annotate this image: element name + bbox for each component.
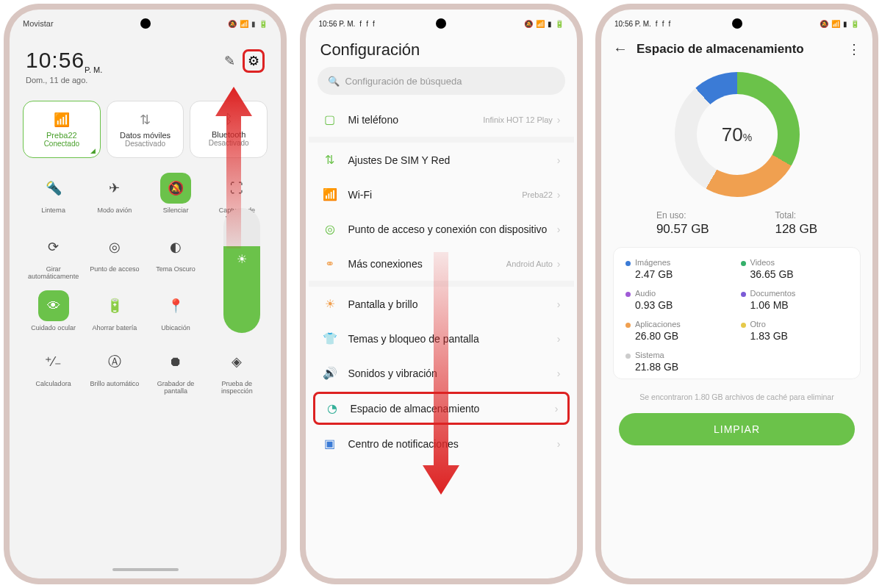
item-wifi[interactable]: 📶 Wi-Fi Preba22 › [309, 177, 574, 212]
chevron-right-icon: › [555, 403, 559, 415]
speaker-icon: 🔊 [322, 366, 338, 380]
wifi-icon: 📶 [322, 187, 338, 201]
signal-icon: ▮ [251, 20, 256, 28]
wifi-icon: 📶 [54, 112, 70, 128]
wifi-icon: 📶 [240, 20, 248, 28]
phone-quick-settings: Movistar 🔕 📶 ▮ 🔋 10:56P. M. ✎ ⚙ [4, 4, 287, 584]
status-time: 10:56 P. M. [614, 20, 651, 28]
status-icons: 🔕 📶 ▮ 🔋 [228, 20, 268, 28]
record-icon: ⏺ [160, 346, 191, 377]
calculator-icon: ⁺⁄₋ [38, 346, 69, 377]
chevron-right-icon: › [557, 438, 561, 450]
eyecare-tile[interactable]: 👁Cuidado ocular [23, 287, 84, 334]
bell-off-icon: 🔕 [160, 173, 191, 204]
clock-time: 10:56P. M. [26, 48, 102, 72]
wifi-icon: 📶 [831, 20, 840, 28]
battery-icon: 🔋 [99, 290, 130, 321]
fb-icon: f [662, 20, 664, 28]
battery-icon: 🔋 [555, 20, 564, 28]
svg-marker-0 [215, 87, 252, 248]
chevron-right-icon: › [557, 368, 561, 379]
flashlight-icon: 🔦 [38, 173, 69, 204]
fb-icon: f [668, 20, 670, 28]
chevron-right-icon: › [557, 298, 561, 310]
silence-tile[interactable]: 🔕Silenciar [146, 170, 207, 224]
wifi-tile[interactable]: 📶 Preba22 Conectado ◢ [23, 101, 101, 158]
notch [436, 18, 446, 29]
sim-icon: ⇅ [322, 153, 338, 167]
storage-icon: ◔ [324, 401, 340, 415]
svg-marker-1 [423, 252, 459, 495]
cat-system[interactable]: Sistema21.88 GB [625, 351, 734, 373]
sun-icon: ☀ [322, 297, 338, 311]
vibrate-icon: 🔕 [524, 20, 533, 28]
phone-settings: 10:56 P. M. f f f 🔕 📶 ▮ 🔋 Configuración … [300, 4, 583, 584]
annotation-arrow-down [419, 252, 463, 498]
phone-storage: 10:56 P. M. f f f 🔕 📶 ▮ 🔋 ← Espacio de a… [595, 4, 878, 584]
page-title: Espacio de almacenamiento [637, 42, 839, 57]
autobrightness-tile[interactable]: ⒶBrillo automático [84, 343, 145, 398]
total-block: Total: 128 GB [775, 210, 817, 237]
battery-icon: 🔋 [850, 20, 859, 28]
settings-gear-highlight[interactable]: ⚙ [243, 49, 265, 73]
donut-percent: 70% [722, 123, 752, 146]
cat-other[interactable]: Otro1.83 GB [741, 320, 849, 342]
search-input[interactable]: 🔍 Configuración de búsqueda [318, 67, 565, 95]
status-time: 10:56 P. M. [319, 20, 356, 28]
rotate-icon: ⟳ [38, 232, 69, 262]
fb-icon: f [656, 20, 658, 28]
category-card: Imágenes2.47 GB Videos36.65 GB Audio0.93… [613, 247, 861, 379]
hotspot-icon: ◎ [99, 232, 130, 262]
mobile-data-tile[interactable]: ⇅ Datos móviles Desactivado [107, 101, 184, 158]
home-indicator[interactable] [112, 568, 179, 571]
darktheme-tile[interactable]: ◐Tema Oscuro [146, 229, 207, 283]
auto-brightness-icon: Ⓐ [99, 346, 130, 377]
pin-icon: 📍 [160, 290, 191, 321]
item-hotspot[interactable]: ◎ Punto de acceso y conexión con disposi… [309, 212, 574, 246]
vibrate-icon: 🔕 [228, 20, 237, 28]
cat-images[interactable]: Imágenes2.47 GB [625, 258, 734, 280]
eye-icon: 👁 [38, 290, 69, 321]
cat-apps[interactable]: Aplicaciones26.80 GB [625, 320, 734, 342]
back-button[interactable]: ← [613, 40, 628, 57]
item-my-phone[interactable]: ▢ Mi teléfono Infinix HOT 12 Play › [309, 102, 574, 137]
batterysaver-tile[interactable]: 🔋Ahorrar batería [84, 287, 145, 334]
data-icon: ⇅ [140, 112, 151, 128]
item-sim[interactable]: ⇅ Ajustes De SIM Y Red › [309, 143, 574, 177]
cat-videos[interactable]: Videos36.65 GB [741, 258, 849, 280]
gear-icon[interactable]: ⚙ [248, 53, 259, 69]
search-icon: 🔍 [328, 76, 340, 87]
signal-icon: ▮ [548, 20, 552, 28]
chevron-right-icon: › [557, 223, 561, 235]
flashlight-tile[interactable]: 🔦Linterna [23, 170, 84, 224]
shirt-icon: 👕 [322, 331, 338, 345]
phone-icon: ▢ [322, 112, 338, 126]
airplane-tile[interactable]: ✈Modo avión [84, 170, 145, 224]
cat-docs[interactable]: Documentos1.06 MB [741, 289, 849, 311]
link-icon: ⚭ [322, 257, 338, 270]
page-title: Configuración [306, 35, 577, 67]
notch [140, 18, 151, 29]
screenrecord-tile[interactable]: ⏺Grabador de pantalla [146, 343, 207, 398]
date-label: Dom., 11 de ago. [26, 76, 265, 85]
hotspot-icon: ◎ [322, 222, 338, 236]
chevron-right-icon: › [557, 154, 561, 166]
search-placeholder: Configuración de búsqueda [345, 76, 462, 87]
storage-donut-chart: 70% [675, 72, 800, 197]
chevron-right-icon: › [557, 333, 561, 345]
carrier-label: Movistar [23, 19, 54, 28]
fb-icon: f [359, 20, 362, 28]
used-block: En uso: 90.57 GB [656, 210, 709, 237]
inspection-tile[interactable]: ◈Prueba de inspección [207, 343, 268, 398]
signal-icon: ▮ [843, 20, 847, 28]
hotspot-tile[interactable]: ◎Punto de acceso [84, 229, 145, 283]
location-tile[interactable]: 📍Ubicación [146, 287, 207, 334]
clean-button[interactable]: LIMPIAR [619, 413, 855, 445]
calculator-tile[interactable]: ⁺⁄₋Calculadora [23, 343, 84, 398]
battery-icon: 🔋 [259, 20, 268, 28]
cat-audio[interactable]: Audio0.93 GB [625, 289, 734, 311]
edit-icon[interactable]: ✎ [224, 53, 235, 69]
more-icon[interactable]: ⋮ [847, 41, 861, 57]
autorotate-tile[interactable]: ⟳Girar automáticamente [23, 229, 84, 283]
chevron-right-icon: › [557, 258, 561, 270]
